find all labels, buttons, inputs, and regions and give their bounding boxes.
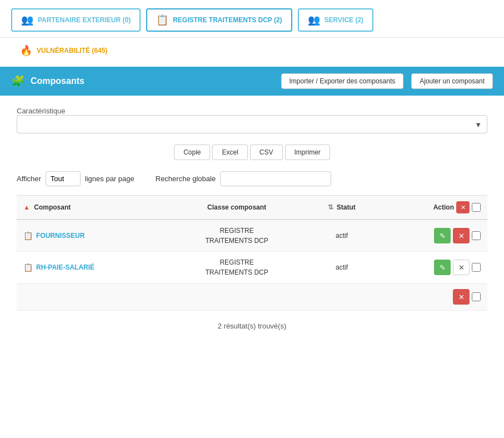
empty-cell-1 bbox=[17, 283, 168, 311]
export-buttons: Copie Excel CSV Imprimer bbox=[17, 145, 487, 160]
tab-registre-label: REGISTRE TRAITEMENTS DCP (2) bbox=[173, 16, 282, 24]
lignes-par-page-label: lignes par page bbox=[85, 175, 134, 183]
tab-service-label: SERVICE (2) bbox=[325, 16, 363, 24]
row1-action-cell: ✎ ✕ bbox=[378, 220, 487, 252]
row2-classe-cell: REGISTRETRAITEMENTS DCP bbox=[168, 252, 305, 283]
row2-composant-cell: 📋 RH-PAIE-SALARIÉ bbox=[17, 252, 168, 283]
section-header: 🧩 Composants Importer / Exporter des com… bbox=[0, 67, 504, 96]
search-label: Recherche globale bbox=[156, 175, 216, 183]
composants-icon: 🧩 bbox=[11, 74, 25, 88]
table-row: 📋 RH-PAIE-SALARIÉ REGISTRETRAITEMENTS DC… bbox=[17, 252, 487, 283]
composants-table: ▲ Composant Classe composant ⇅ Statut Ac… bbox=[17, 195, 487, 311]
sort-both-icon: ⇅ bbox=[328, 203, 333, 211]
th-classe-label: Classe composant bbox=[207, 203, 266, 211]
row1-composant-cell: 📋 FOURNISSEUR bbox=[17, 220, 168, 252]
partenaire-icon: 👥 bbox=[21, 14, 33, 26]
th-statut-label: Statut bbox=[337, 203, 356, 211]
row2-delete-button[interactable]: ✕ bbox=[453, 260, 470, 275]
filter-row: Afficher Tout 10 25 50 100 lignes par pa… bbox=[17, 171, 487, 186]
tab-partenaire-label: PARTENAIRE EXTERIEUR (0) bbox=[38, 16, 131, 24]
tab-vulnerabilite[interactable]: 🔥 VULNÉRABILITÉ (645) bbox=[11, 40, 116, 61]
tab-vuln-label: VULNÉRABILITÉ (645) bbox=[37, 47, 107, 54]
row1-statut-value: actif bbox=[336, 232, 348, 240]
caracteristique-select[interactable] bbox=[17, 115, 487, 133]
tab-partenaire[interactable]: 👥 PARTENAIRE EXTERIEUR (0) bbox=[11, 8, 141, 32]
tab-registre[interactable]: 📋 REGISTRE TRAITEMENTS DCP (2) bbox=[146, 8, 292, 32]
th-composant-label: Composant bbox=[34, 203, 71, 211]
th-composant[interactable]: ▲ Composant bbox=[17, 196, 168, 220]
table-row: 📋 FOURNISSEUR REGISTRETRAITEMENTS DCP ac… bbox=[17, 220, 487, 252]
empty-row: ✕ bbox=[17, 283, 487, 311]
row1-delete-button[interactable]: ✕ bbox=[453, 228, 470, 243]
row1-statut-cell: actif bbox=[305, 220, 378, 252]
tab-service[interactable]: 👥 SERVICE (2) bbox=[298, 8, 373, 32]
row2-checkbox[interactable] bbox=[472, 263, 481, 272]
th-action: Action ✕ bbox=[378, 196, 487, 220]
afficher-label: Afficher bbox=[17, 175, 41, 183]
row1-icon: 📋 bbox=[23, 231, 33, 240]
row1-classe-cell: REGISTRETRAITEMENTS DCP bbox=[168, 220, 305, 252]
sort-asc-icon: ▲ bbox=[23, 203, 30, 211]
table-header: ▲ Composant Classe composant ⇅ Statut Ac… bbox=[17, 196, 487, 220]
empty-row-delete-button[interactable]: ✕ bbox=[453, 289, 470, 305]
row2-classe-label: REGISTRETRAITEMENTS DCP bbox=[205, 258, 268, 276]
search-input[interactable] bbox=[220, 171, 331, 186]
row1-composant-label: FOURNISSEUR bbox=[36, 232, 84, 240]
empty-row-checkbox[interactable] bbox=[472, 292, 481, 301]
select-all-checkbox[interactable] bbox=[472, 203, 481, 212]
empty-cell-3 bbox=[305, 283, 378, 311]
row1-checkbox[interactable] bbox=[472, 231, 481, 240]
top-tabs: 👥 PARTENAIRE EXTERIEUR (0) 📋 REGISTRE TR… bbox=[0, 0, 504, 38]
table-body: 📋 FOURNISSEUR REGISTRETRAITEMENTS DCP ac… bbox=[17, 220, 487, 311]
ajouter-composant-button[interactable]: Ajouter un composant bbox=[411, 73, 493, 89]
service-icon: 👥 bbox=[308, 14, 320, 26]
excel-button[interactable]: Excel bbox=[212, 145, 247, 160]
lignes-par-page-select[interactable]: Tout 10 25 50 100 bbox=[46, 171, 81, 186]
th-action-label: Action bbox=[433, 203, 454, 211]
row1-classe-label: REGISTRETRAITEMENTS DCP bbox=[205, 227, 268, 245]
section-title: Composants bbox=[31, 76, 273, 86]
import-export-button[interactable]: Importer / Exporter des composants bbox=[281, 73, 404, 89]
registre-icon: 📋 bbox=[156, 14, 168, 26]
row2-icon: 📋 bbox=[23, 263, 33, 272]
th-classe[interactable]: Classe composant bbox=[168, 196, 305, 220]
row2-statut-cell: actif bbox=[305, 252, 378, 283]
result-count-label: 2 résultat(s) trouvé(s) bbox=[218, 322, 287, 330]
imprimer-button[interactable]: Imprimer bbox=[285, 145, 330, 160]
row1-edit-button[interactable]: ✎ bbox=[434, 228, 451, 243]
result-count: 2 résultat(s) trouvé(s) bbox=[17, 316, 487, 336]
empty-action-cell: ✕ bbox=[378, 283, 487, 311]
csv-button[interactable]: CSV bbox=[250, 145, 283, 160]
th-statut[interactable]: ⇅ Statut bbox=[305, 196, 378, 220]
caracteristique-select-wrapper: ▼ bbox=[17, 115, 487, 133]
row2-composant-label: RH-PAIE-SALARIÉ bbox=[36, 263, 94, 271]
caracteristique-field: Caractéristique ▼ bbox=[17, 107, 487, 133]
row2-statut-value: actif bbox=[336, 263, 348, 271]
caracteristique-label: Caractéristique bbox=[17, 107, 65, 115]
delete-all-button[interactable]: ✕ bbox=[456, 201, 470, 213]
row2-action-cell: ✎ ✕ bbox=[378, 252, 487, 283]
vuln-tab-row: 🔥 VULNÉRABILITÉ (645) bbox=[0, 38, 504, 67]
row2-edit-button[interactable]: ✎ bbox=[434, 260, 451, 275]
vuln-icon: 🔥 bbox=[20, 44, 32, 57]
empty-cell-2 bbox=[168, 283, 305, 311]
content-area: Caractéristique ▼ Copie Excel CSV Imprim… bbox=[0, 96, 504, 347]
copie-button[interactable]: Copie bbox=[174, 145, 210, 160]
